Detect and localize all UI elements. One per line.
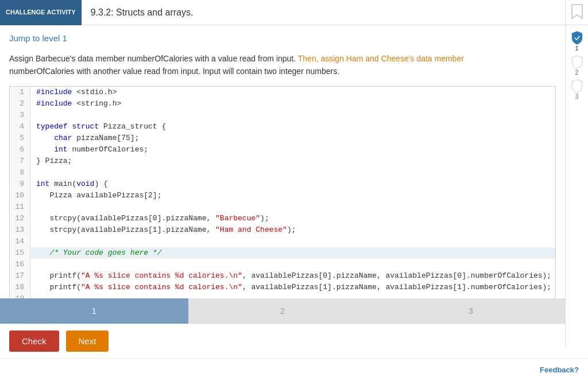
level-3-num: 3 [575, 94, 579, 100]
main-content: Jump to level 1 Assign Barbecue's data m… [0, 25, 565, 324]
code-line-12: 12 strcpy(availablePizzas[0].pizzaName, … [10, 213, 555, 224]
desc-part3: numberOfCalories with another value read… [9, 67, 339, 76]
code-editor[interactable]: 1 #include <stdio.h> 2 #include <string.… [9, 86, 556, 324]
code-line-16: 16 [10, 259, 555, 270]
check-button[interactable]: Check [9, 331, 59, 352]
level-1-badge[interactable]: 1 [568, 31, 586, 52]
code-line-10: 10 Pizza availablePizzas[2]; [10, 190, 555, 201]
code-line-5: 5 char pizzaName[75]; [10, 133, 555, 144]
feedback-link[interactable]: Feedback? [540, 366, 579, 374]
page-title: 9.3.2: Structs and arrays. [82, 7, 565, 18]
code-line-11: 11 [10, 201, 555, 213]
level-2-num: 2 [575, 69, 579, 76]
tab-2[interactable]: 2 [188, 298, 377, 324]
code-line-2: 2 #include <string.h> [10, 98, 555, 110]
code-line-18: 18 printf("A %s slice contains %d calori… [10, 282, 555, 293]
level-3-badge[interactable]: 3 [568, 79, 586, 100]
tab-1[interactable]: 1 [0, 298, 188, 324]
description: Assign Barbecue's data member numberOfCa… [9, 52, 556, 78]
level-2-badge[interactable]: 2 [568, 55, 586, 76]
code-line-17: 17 printf("A %s slice contains %d calori… [10, 270, 555, 282]
code-line-13: 13 strcpy(availablePizzas[1].pizzaName, … [10, 224, 555, 236]
bookmark-button[interactable] [565, 0, 588, 25]
action-bar: Check Next [0, 324, 565, 358]
code-line-6: 6 int numberOfCalories; [10, 144, 555, 155]
challenge-activity-badge: CHALLENGE ACTIVITY [0, 0, 82, 25]
tab-3[interactable]: 3 [377, 298, 565, 324]
header: CHALLENGE ACTIVITY 9.3.2: Structs and ar… [0, 0, 588, 25]
level-1-num: 1 [575, 45, 579, 52]
badge-line1: CHALLENGE [6, 8, 45, 16]
code-line-8: 8 [10, 167, 555, 178]
code-line-3: 3 [10, 110, 555, 121]
feedback-bar: Feedback? [0, 358, 588, 381]
code-line-9: 9 int main(void) { [10, 178, 555, 190]
code-line-14: 14 [10, 236, 555, 247]
code-line-4: 4 typedef struct Pizza_struct { [10, 121, 555, 133]
next-button[interactable]: Next [66, 331, 109, 352]
level-sidebar: 1 2 3 [565, 25, 588, 347]
level-tabs: 1 2 3 [0, 298, 565, 324]
code-line-7: 7 } Pizza; [10, 155, 555, 167]
desc-part1: Assign Barbecue's data member numberOfCa… [9, 54, 296, 63]
jump-to-level[interactable]: Jump to level 1 [9, 33, 556, 43]
desc-highlight: Then, assign Ham and Cheese's data membe… [298, 54, 464, 63]
code-line-1: 1 #include <stdio.h> [10, 87, 555, 98]
code-line-15[interactable]: 15 /* Your code goes here */ [10, 247, 555, 259]
bookmark-icon [570, 3, 584, 21]
badge-line2: ACTIVITY [47, 8, 76, 16]
